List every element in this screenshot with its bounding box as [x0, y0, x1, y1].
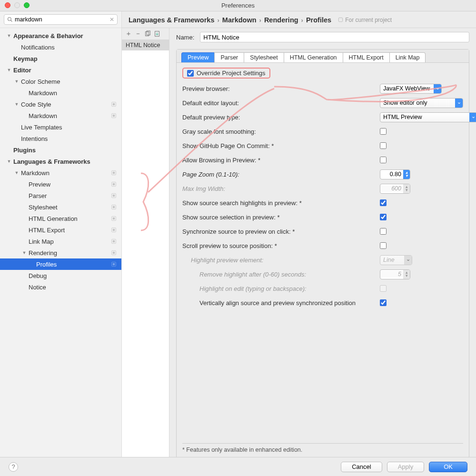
sidebar-item[interactable]: Notifications — [0, 41, 121, 53]
svg-rect-9 — [113, 183, 115, 186]
checkbox-show-source-selection[interactable] — [380, 214, 387, 220]
sidebar-item[interactable]: ▼Editor — [0, 64, 121, 76]
close-icon[interactable] — [5, 2, 10, 8]
tab-html-generation[interactable]: HTML Generation — [284, 52, 343, 62]
import-icon[interactable] — [153, 30, 161, 38]
apply-button[interactable]: Apply — [387, 462, 425, 472]
tab-link-map[interactable]: Link Map — [389, 52, 426, 62]
label-editor-layout: Default editor layout: — [182, 99, 380, 107]
sidebar-item[interactable]: Parser — [0, 190, 121, 201]
sidebar-item-label: Profiles — [34, 261, 57, 268]
svg-rect-5 — [113, 115, 115, 117]
sidebar-item[interactable]: ▼Languages & Frameworks — [0, 156, 121, 167]
search-field[interactable] — [13, 16, 109, 23]
breadcrumb: Languages & Frameworks › Markdown › Rend… — [122, 11, 476, 28]
label-github-page: Show GitHub Page On Commit: * — [182, 142, 380, 149]
profile-name-input[interactable] — [200, 32, 469, 42]
svg-rect-15 — [113, 218, 115, 220]
tab-html-export[interactable]: HTML Export — [343, 52, 390, 62]
sidebar-item-label: Intentions — [19, 135, 48, 142]
sidebar-item-label: Debug — [27, 272, 47, 279]
settings-tree[interactable]: ▼Appearance & BehaviorNotificationsKeyma… — [0, 28, 121, 457]
breadcrumb-item[interactable]: Languages & Frameworks — [129, 16, 215, 24]
sidebar-item-label: HTML Export — [27, 227, 65, 234]
sidebar-item[interactable]: ▼Markdown — [0, 167, 121, 178]
clear-icon[interactable]: ✕ — [109, 16, 114, 23]
svg-rect-23 — [113, 263, 115, 266]
sidebar-item[interactable]: Debug — [0, 270, 121, 281]
select-preview-type[interactable]: HTML Preview — [380, 112, 476, 122]
label-vertically-align: Vertically align source and preview sync… — [199, 299, 380, 307]
input-remove-highlight — [380, 271, 403, 278]
profile-list-item[interactable]: HTML Notice — [122, 40, 169, 50]
sidebar-item[interactable]: Notice — [0, 281, 121, 293]
sidebar-item[interactable]: Intentions — [0, 133, 121, 144]
cancel-button[interactable]: Cancel — [341, 462, 382, 472]
checkbox-vertically-align[interactable] — [380, 299, 387, 306]
sidebar-item-label: Stylesheet — [27, 204, 58, 211]
sidebar-item-label: Link Map — [27, 238, 54, 245]
chevron-right-icon: › — [218, 17, 219, 24]
search-icon — [7, 17, 13, 22]
label-preview-type: Default preview type: — [182, 114, 380, 121]
disclosure-icon: ▼ — [7, 159, 11, 164]
sidebar-item-label: Code Style — [19, 101, 51, 108]
sidebar-item-label: Markdown — [27, 112, 57, 119]
input-page-zoom[interactable] — [380, 171, 403, 178]
sidebar-item[interactable]: Profiles — [0, 258, 121, 270]
sidebar-item[interactable]: Link Map — [0, 236, 121, 247]
profile-list-panel: ＋ － HTML Notice — [122, 28, 169, 462]
ok-button[interactable]: OK — [429, 462, 467, 472]
sidebar-item[interactable]: HTML Generation — [0, 213, 121, 224]
checkbox-github-page[interactable] — [380, 142, 387, 149]
tab-stylesheet[interactable]: Stylesheet — [244, 52, 284, 62]
sidebar-item[interactable]: Preview — [0, 178, 121, 190]
sidebar-item-label: Editor — [11, 67, 31, 74]
breadcrumb-item[interactable]: Rendering — [264, 16, 298, 24]
tab-preview[interactable]: Preview — [181, 52, 215, 62]
tab-parser[interactable]: Parser — [214, 52, 244, 62]
window-controls — [5, 2, 30, 8]
zoom-icon[interactable] — [24, 2, 30, 8]
select-preview-browser[interactable]: JavaFX WebView — [380, 84, 442, 94]
sidebar-item[interactable]: ▼Color Scheme — [0, 76, 121, 87]
label-allow-browsing: Allow Browsing in Preview: * — [182, 157, 380, 164]
checkbox-sync-click[interactable] — [380, 228, 387, 235]
chevron-right-icon: › — [259, 17, 261, 24]
add-icon[interactable]: ＋ — [125, 30, 132, 38]
checkbox-gray-scale[interactable] — [380, 128, 387, 135]
select-editor-layout[interactable]: Show editor only — [380, 98, 463, 108]
breadcrumb-item[interactable]: Markdown — [222, 16, 257, 24]
sidebar-item[interactable]: HTML Export — [0, 224, 121, 236]
sidebar-item[interactable]: ▼Appearance & Behavior — [0, 30, 121, 41]
sidebar-item-label: Markdown — [19, 169, 50, 177]
form-area: Name: Preview Parser Stylesheet HTML Gen… — [169, 28, 476, 462]
scope-note: For current project — [338, 17, 392, 23]
override-label: Override Project Settings — [197, 69, 266, 77]
sidebar-item[interactable]: Live Templates — [0, 121, 121, 133]
remove-icon[interactable]: － — [134, 30, 142, 38]
label-preview-browser: Preview browser: — [182, 85, 380, 92]
sidebar-item[interactable]: Markdown — [0, 87, 121, 99]
footnote: * Features only available in enhanced ed… — [182, 443, 463, 453]
disclosure-icon: ▼ — [14, 79, 19, 84]
sidebar-item[interactable]: ▼Rendering — [0, 247, 121, 258]
sidebar-item[interactable]: Keymap — [0, 53, 121, 64]
stepper-icon[interactable]: ▴▾ — [403, 170, 410, 179]
override-project-settings[interactable]: Override Project Settings — [182, 68, 270, 79]
search-input[interactable]: ✕ — [4, 14, 118, 25]
copy-icon[interactable] — [144, 30, 151, 38]
sidebar-item[interactable]: Stylesheet — [0, 201, 121, 213]
checkbox-scroll-preview[interactable] — [380, 242, 387, 249]
help-button[interactable]: ? — [9, 462, 18, 472]
override-checkbox[interactable] — [187, 70, 194, 77]
sidebar-item-label: Markdown — [27, 89, 57, 97]
checkbox-show-source-search[interactable] — [380, 199, 387, 206]
sidebar-item[interactable]: Plugins — [0, 144, 121, 156]
select-highlight-element: Line — [380, 255, 412, 265]
checkbox-allow-browsing[interactable] — [380, 157, 387, 163]
svg-rect-19 — [113, 240, 115, 243]
sidebar-item[interactable]: ▼Code Style — [0, 99, 121, 110]
sidebar-item[interactable]: Markdown — [0, 110, 121, 121]
checkbox-highlight-on-edit — [380, 285, 387, 292]
